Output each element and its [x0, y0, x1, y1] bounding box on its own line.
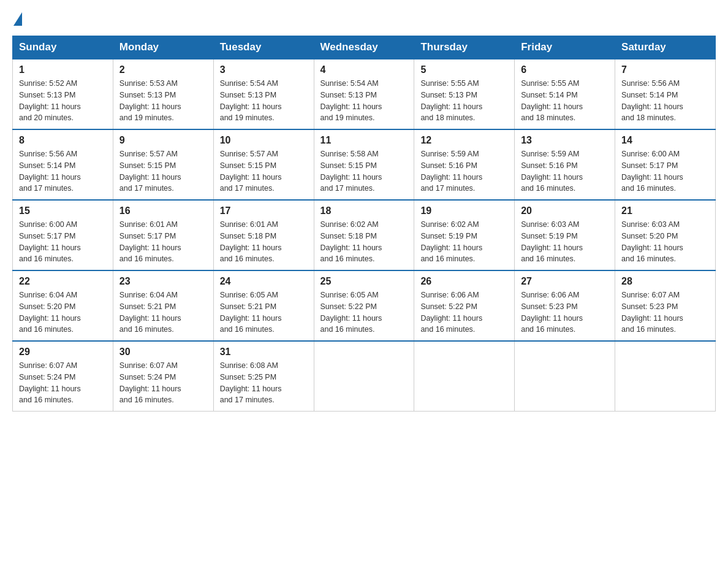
- day-info: Sunrise: 5:56 AMSunset: 5:14 PMDaylight:…: [19, 148, 107, 194]
- day-info: Sunrise: 5:54 AMSunset: 5:13 PMDaylight:…: [220, 78, 308, 124]
- day-info: Sunrise: 6:00 AMSunset: 5:17 PMDaylight:…: [19, 219, 107, 265]
- day-number: 1: [19, 64, 107, 75]
- day-number: 8: [19, 135, 107, 146]
- logo: [12, 12, 49, 26]
- day-number: 12: [420, 135, 508, 146]
- day-info: Sunrise: 6:06 AMSunset: 5:22 PMDaylight:…: [420, 289, 508, 335]
- day-number: 7: [621, 64, 709, 75]
- day-number: 22: [19, 276, 107, 287]
- calendar-cell: 31Sunrise: 6:08 AMSunset: 5:25 PMDayligh…: [213, 341, 314, 412]
- calendar-cell: 23Sunrise: 6:04 AMSunset: 5:21 PMDayligh…: [113, 270, 213, 341]
- logo-top: [12, 12, 23, 26]
- calendar-cell: 13Sunrise: 5:59 AMSunset: 5:16 PMDayligh…: [515, 129, 615, 200]
- calendar-cell: 29Sunrise: 6:07 AMSunset: 5:24 PMDayligh…: [13, 341, 113, 412]
- day-info: Sunrise: 6:02 AMSunset: 5:18 PMDaylight:…: [320, 219, 408, 265]
- day-number: 11: [320, 135, 408, 146]
- day-info: Sunrise: 5:52 AMSunset: 5:13 PMDaylight:…: [19, 78, 107, 124]
- day-info: Sunrise: 5:57 AMSunset: 5:15 PMDaylight:…: [220, 148, 308, 194]
- calendar-cell: 16Sunrise: 6:01 AMSunset: 5:17 PMDayligh…: [113, 200, 213, 270]
- day-info: Sunrise: 6:01 AMSunset: 5:18 PMDaylight:…: [220, 219, 308, 265]
- day-info: Sunrise: 6:04 AMSunset: 5:21 PMDaylight:…: [119, 289, 207, 335]
- week-row-5: 29Sunrise: 6:07 AMSunset: 5:24 PMDayligh…: [13, 341, 716, 412]
- day-number: 2: [119, 64, 207, 75]
- day-info: Sunrise: 5:58 AMSunset: 5:15 PMDaylight:…: [320, 148, 408, 194]
- day-number: 4: [320, 64, 408, 75]
- day-info: Sunrise: 6:03 AMSunset: 5:20 PMDaylight:…: [621, 219, 709, 265]
- day-info: Sunrise: 5:59 AMSunset: 5:16 PMDaylight:…: [420, 148, 508, 194]
- day-number: 18: [320, 205, 408, 216]
- week-row-4: 22Sunrise: 6:04 AMSunset: 5:20 PMDayligh…: [13, 270, 716, 341]
- day-info: Sunrise: 6:02 AMSunset: 5:19 PMDaylight:…: [420, 219, 508, 265]
- day-number: 23: [119, 276, 207, 287]
- day-number: 25: [320, 276, 408, 287]
- weekday-header-friday: Friday: [515, 36, 615, 59]
- day-number: 16: [119, 205, 207, 216]
- calendar-cell: 30Sunrise: 6:07 AMSunset: 5:24 PMDayligh…: [113, 341, 213, 412]
- week-row-1: 1Sunrise: 5:52 AMSunset: 5:13 PMDaylight…: [13, 59, 716, 129]
- day-info: Sunrise: 5:55 AMSunset: 5:14 PMDaylight:…: [521, 78, 609, 124]
- weekday-header-thursday: Thursday: [414, 36, 515, 59]
- calendar-cell: 10Sunrise: 5:57 AMSunset: 5:15 PMDayligh…: [213, 129, 314, 200]
- calendar-table: SundayMondayTuesdayWednesdayThursdayFrid…: [12, 36, 716, 412]
- page-header: [12, 12, 716, 26]
- calendar-cell: 11Sunrise: 5:58 AMSunset: 5:15 PMDayligh…: [314, 129, 414, 200]
- week-row-3: 15Sunrise: 6:00 AMSunset: 5:17 PMDayligh…: [13, 200, 716, 270]
- calendar-cell: 26Sunrise: 6:06 AMSunset: 5:22 PMDayligh…: [414, 270, 515, 341]
- calendar-cell: [615, 341, 716, 412]
- day-number: 29: [19, 347, 107, 358]
- day-info: Sunrise: 6:07 AMSunset: 5:24 PMDaylight:…: [119, 360, 207, 406]
- day-info: Sunrise: 5:57 AMSunset: 5:15 PMDaylight:…: [119, 148, 207, 194]
- weekday-header-wednesday: Wednesday: [314, 36, 414, 59]
- day-info: Sunrise: 6:08 AMSunset: 5:25 PMDaylight:…: [220, 360, 308, 406]
- day-info: Sunrise: 6:04 AMSunset: 5:20 PMDaylight:…: [19, 289, 107, 335]
- day-number: 3: [220, 64, 308, 75]
- logo-triangle-icon: [13, 12, 22, 26]
- day-info: Sunrise: 6:00 AMSunset: 5:17 PMDaylight:…: [621, 148, 709, 194]
- calendar-cell: 22Sunrise: 6:04 AMSunset: 5:20 PMDayligh…: [13, 270, 113, 341]
- day-number: 13: [521, 135, 609, 146]
- day-info: Sunrise: 6:07 AMSunset: 5:23 PMDaylight:…: [621, 289, 709, 335]
- calendar-cell: 25Sunrise: 6:05 AMSunset: 5:22 PMDayligh…: [314, 270, 414, 341]
- day-number: 19: [420, 205, 508, 216]
- day-number: 28: [621, 276, 709, 287]
- day-number: 30: [119, 347, 207, 358]
- day-number: 20: [521, 205, 609, 216]
- calendar-cell: 14Sunrise: 6:00 AMSunset: 5:17 PMDayligh…: [615, 129, 716, 200]
- day-number: 10: [220, 135, 308, 146]
- calendar-cell: 4Sunrise: 5:54 AMSunset: 5:13 PMDaylight…: [314, 59, 414, 129]
- weekday-header-saturday: Saturday: [615, 36, 716, 59]
- day-number: 26: [420, 276, 508, 287]
- calendar-cell: 1Sunrise: 5:52 AMSunset: 5:13 PMDaylight…: [13, 59, 113, 129]
- calendar-cell: 8Sunrise: 5:56 AMSunset: 5:14 PMDaylight…: [13, 129, 113, 200]
- calendar-cell: 5Sunrise: 5:55 AMSunset: 5:13 PMDaylight…: [414, 59, 515, 129]
- calendar-cell: 20Sunrise: 6:03 AMSunset: 5:19 PMDayligh…: [515, 200, 615, 270]
- day-info: Sunrise: 5:54 AMSunset: 5:13 PMDaylight:…: [320, 78, 408, 124]
- day-number: 27: [521, 276, 609, 287]
- calendar-cell: 9Sunrise: 5:57 AMSunset: 5:15 PMDaylight…: [113, 129, 213, 200]
- calendar-cell: 18Sunrise: 6:02 AMSunset: 5:18 PMDayligh…: [314, 200, 414, 270]
- day-number: 14: [621, 135, 709, 146]
- day-info: Sunrise: 5:56 AMSunset: 5:14 PMDaylight:…: [621, 78, 709, 124]
- day-info: Sunrise: 6:05 AMSunset: 5:22 PMDaylight:…: [320, 289, 408, 335]
- day-number: 5: [420, 64, 508, 75]
- calendar-cell: 3Sunrise: 5:54 AMSunset: 5:13 PMDaylight…: [213, 59, 314, 129]
- day-number: 9: [119, 135, 207, 146]
- day-info: Sunrise: 5:55 AMSunset: 5:13 PMDaylight:…: [420, 78, 508, 124]
- calendar-cell: 12Sunrise: 5:59 AMSunset: 5:16 PMDayligh…: [414, 129, 515, 200]
- day-number: 15: [19, 205, 107, 216]
- day-number: 21: [621, 205, 709, 216]
- week-row-2: 8Sunrise: 5:56 AMSunset: 5:14 PMDaylight…: [13, 129, 716, 200]
- calendar-cell: 7Sunrise: 5:56 AMSunset: 5:14 PMDaylight…: [615, 59, 716, 129]
- day-info: Sunrise: 6:03 AMSunset: 5:19 PMDaylight:…: [521, 219, 609, 265]
- day-info: Sunrise: 5:53 AMSunset: 5:13 PMDaylight:…: [119, 78, 207, 124]
- day-number: 24: [220, 276, 308, 287]
- calendar-cell: [515, 341, 615, 412]
- day-info: Sunrise: 5:59 AMSunset: 5:16 PMDaylight:…: [521, 148, 609, 194]
- calendar-cell: 28Sunrise: 6:07 AMSunset: 5:23 PMDayligh…: [615, 270, 716, 341]
- weekday-header-row: SundayMondayTuesdayWednesdayThursdayFrid…: [13, 36, 716, 59]
- day-info: Sunrise: 6:05 AMSunset: 5:21 PMDaylight:…: [220, 289, 308, 335]
- weekday-header-monday: Monday: [113, 36, 213, 59]
- weekday-header-sunday: Sunday: [13, 36, 113, 59]
- calendar-cell: 24Sunrise: 6:05 AMSunset: 5:21 PMDayligh…: [213, 270, 314, 341]
- weekday-header-tuesday: Tuesday: [213, 36, 314, 59]
